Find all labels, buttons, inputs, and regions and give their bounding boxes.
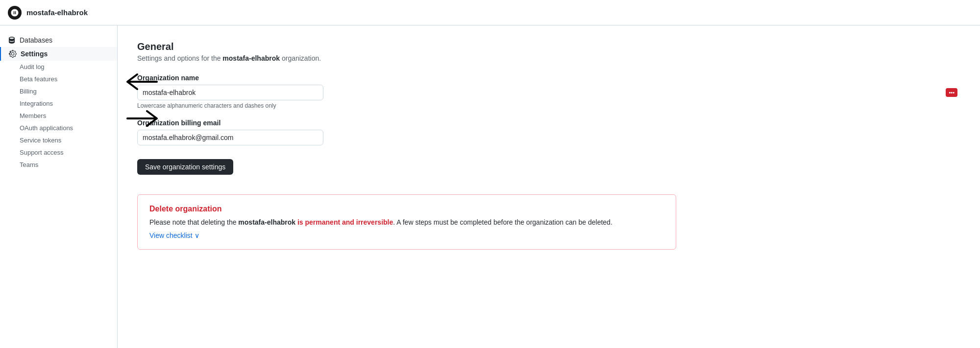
view-checklist-link[interactable]: View checklist ∨: [149, 232, 199, 239]
teams-label: Teams: [20, 161, 38, 168]
org-name-input-wrapper: •••: [137, 85, 960, 100]
sidebar-sub-item-audit-log[interactable]: Audit log: [0, 61, 117, 73]
delete-org-description: Please note that deleting the mostafa-el…: [149, 217, 664, 228]
desc-suffix: organization.: [280, 54, 321, 62]
org-name-input[interactable]: [137, 85, 323, 100]
billing-email-input-wrapper: [137, 130, 960, 145]
sidebar-sub-item-service-tokens[interactable]: Service tokens: [0, 134, 117, 146]
sidebar-sub-item-members[interactable]: Members: [0, 110, 117, 122]
main-content: General Settings and options for the mos…: [118, 25, 980, 265]
delete-desc-org: mostafa-elhabrok: [238, 218, 295, 226]
billing-label: Billing: [20, 88, 37, 95]
service-tokens-label: Service tokens: [20, 137, 61, 144]
beta-features-label: Beta features: [20, 75, 57, 83]
sidebar-sub-item-billing[interactable]: Billing: [0, 85, 117, 97]
save-button[interactable]: Save organization settings: [137, 159, 233, 175]
sidebar-item-settings[interactable]: Settings: [0, 47, 117, 61]
desc-prefix: Settings and options for the: [137, 54, 222, 62]
chevron-down-icon: ∨: [195, 232, 199, 239]
audit-log-label: Audit log: [20, 63, 45, 70]
sidebar-sub-item-teams[interactable]: Teams: [0, 159, 117, 171]
delete-desc-prefix: Please note that deleting the: [149, 218, 238, 226]
sidebar: Databases Settings Audit log Beta featur…: [0, 25, 118, 348]
org-name-hint: Lowercase alphanumeric characters and da…: [137, 102, 960, 109]
sidebar-sub-item-beta-features[interactable]: Beta features: [0, 73, 117, 85]
sidebar-sub-item-integrations[interactable]: Integrations: [0, 97, 117, 110]
delete-organization-box: Delete organization Please note that del…: [137, 194, 676, 250]
billing-email-group: Organization billing email: [137, 119, 960, 145]
org-name-group: Organization name ••• Lowercase alphanum…: [137, 74, 960, 109]
page-description: Settings and options for the mostafa-elh…: [137, 54, 960, 62]
billing-email-label: Organization billing email: [137, 119, 960, 127]
members-label: Members: [20, 112, 46, 119]
topbar: mostafa-elhabrok: [0, 0, 980, 25]
database-icon: [8, 36, 16, 44]
gear-icon: [9, 50, 17, 58]
org-name-action-button[interactable]: •••: [946, 88, 957, 97]
org-name-topbar: mostafa-elhabrok: [26, 8, 88, 17]
databases-label: Databases: [20, 36, 52, 44]
sidebar-sub-item-oauth[interactable]: OAuth applications: [0, 122, 117, 134]
sidebar-sub-item-support-access[interactable]: Support access: [0, 146, 117, 159]
main-layout: Databases Settings Audit log Beta featur…: [0, 25, 980, 348]
desc-org: mostafa-elhabrok: [222, 54, 280, 62]
delete-desc-danger: is permanent and irreversible: [297, 218, 393, 226]
org-logo[interactable]: mostafa-elhabrok: [8, 6, 88, 20]
delete-org-title: Delete organization: [149, 205, 664, 213]
billing-email-input[interactable]: [137, 130, 323, 145]
org-name-label: Organization name: [137, 74, 960, 82]
dots-icon: •••: [949, 90, 955, 95]
support-access-label: Support access: [20, 149, 64, 156]
oauth-label: OAuth applications: [20, 124, 73, 132]
content-wrapper: General Settings and options for the mos…: [118, 25, 980, 348]
integrations-label: Integrations: [20, 100, 53, 107]
sidebar-item-databases[interactable]: Databases: [0, 33, 117, 47]
logo-svg: [10, 8, 19, 17]
settings-label: Settings: [21, 50, 48, 58]
view-checklist-label: View checklist: [149, 232, 193, 239]
logo-icon: [8, 6, 22, 20]
page-title: General: [137, 41, 960, 52]
delete-desc-suffix: . A few steps must be completed before t…: [393, 218, 612, 226]
